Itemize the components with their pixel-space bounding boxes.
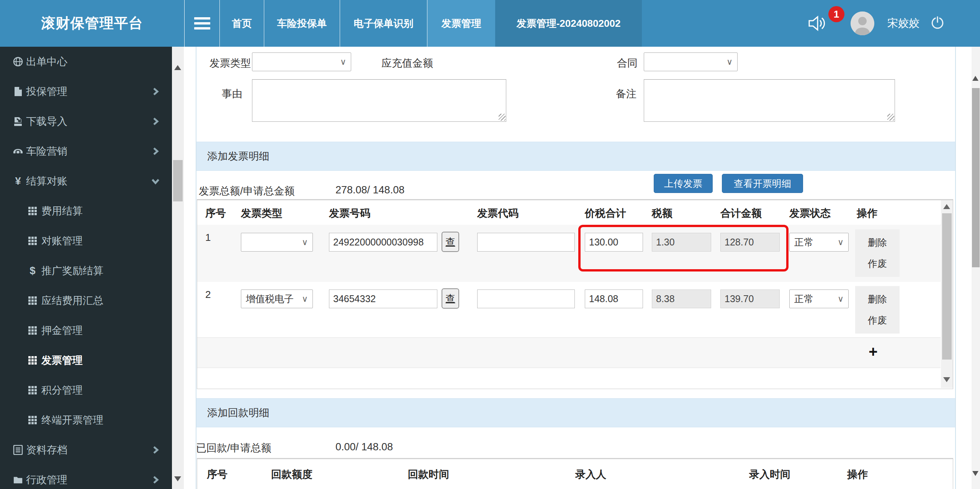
scroll-up-arrow[interactable] xyxy=(174,65,181,70)
invoice-code-input[interactable] xyxy=(477,289,575,308)
invoice-table-header: 序号 发票类型 发票号码 发票代码 价税合计 税额 合计金额 发票状态 操作 xyxy=(197,200,953,225)
tab-invoice-management[interactable]: 发票管理 xyxy=(427,0,495,47)
invoice-management-page: 滚财保管理平台 首页 车险投保单 电子保单识别 发票管理 发票管理-202408… xyxy=(0,0,980,489)
delete-button[interactable]: 删除 xyxy=(868,236,887,249)
invoice-status-select[interactable]: 正常∨ xyxy=(789,289,849,308)
repayment-section-title: 添加回款明细 xyxy=(207,406,269,420)
invoice-number-input[interactable] xyxy=(329,233,437,252)
phone-icon xyxy=(13,146,23,156)
repayment-total-value: 0.00/ 148.08 xyxy=(335,441,393,453)
recharge-amount-label: 应充值金额 xyxy=(381,56,433,70)
invoice-type-select[interactable]: ∨ xyxy=(252,52,351,71)
file-icon xyxy=(13,87,23,96)
col-code: 发票代码 xyxy=(477,206,519,220)
void-button[interactable]: 作废 xyxy=(868,257,887,270)
sidebar-item-auto-marketing[interactable]: 车险营销 xyxy=(0,136,172,166)
reason-textarea[interactable] xyxy=(252,79,506,122)
tab-auto-insurance[interactable]: 车险投保单 xyxy=(264,0,340,47)
scroll-up-arrow[interactable] xyxy=(972,76,978,81)
folder-icon xyxy=(13,475,23,485)
chevron-down-icon: ∨ xyxy=(838,294,844,304)
chevron-down-icon: ∨ xyxy=(302,294,308,304)
invoice-total-value: 278.08/ 148.08 xyxy=(335,184,404,196)
resize-grip-icon[interactable] xyxy=(499,114,506,121)
invoice-table-scrollbar[interactable] xyxy=(941,200,953,388)
sidebar-item-invoice-management[interactable]: 发票管理 xyxy=(0,345,172,375)
notification-badge[interactable]: 1 xyxy=(828,6,844,22)
sidebar-item-archives[interactable]: 资料存档 xyxy=(0,435,172,465)
invoice-row-2: 2 增值税电子∨ 查 正常∨ 删除 作废 xyxy=(197,282,941,337)
sidebar-item-deposit[interactable]: 押金管理 xyxy=(0,316,172,345)
list-icon xyxy=(13,445,23,455)
scroll-down-arrow[interactable] xyxy=(174,476,181,481)
sidebar-item-settlement[interactable]: ¥ 结算对账 xyxy=(0,166,172,196)
row-actions: 删除 作废 xyxy=(855,286,900,334)
sidebar-item-payable-summary[interactable]: 应结费用汇总 xyxy=(0,286,172,316)
invoice-status-select[interactable]: 正常∨ xyxy=(789,233,849,252)
sidebar-item-fee-settlement[interactable]: 费用结算 xyxy=(0,196,172,226)
contract-label: 合同 xyxy=(617,56,638,70)
view-invoice-detail-button[interactable]: 查看开票明细 xyxy=(722,174,803,193)
query-button[interactable]: 查 xyxy=(442,288,459,309)
scroll-up-arrow[interactable] xyxy=(943,204,950,209)
invoice-type-cell-select[interactable]: 增值税电子∨ xyxy=(241,289,313,308)
chevron-down-icon: ∨ xyxy=(726,57,733,67)
sidebar-item-points[interactable]: 积分管理 xyxy=(0,375,172,405)
invoice-code-input[interactable] xyxy=(477,233,575,252)
scrollbar-thumb[interactable] xyxy=(972,88,980,267)
remark-textarea[interactable] xyxy=(644,79,895,122)
col-tax: 税额 xyxy=(652,206,672,220)
invoice-type-cell-select[interactable]: ∨ xyxy=(241,233,313,252)
invoice-total-label: 发票总额/申请总金额 xyxy=(199,184,295,198)
row-seq: 2 xyxy=(205,289,211,301)
scroll-down-arrow[interactable] xyxy=(943,377,950,382)
tab-invoice-20240802002[interactable]: 发票管理-20240802002 xyxy=(495,0,642,47)
resize-grip-icon[interactable] xyxy=(887,114,894,121)
invoice-section-header: 添加发票明细 xyxy=(196,142,955,171)
sidebar-item-issue-center[interactable]: 出单中心 xyxy=(0,47,172,77)
chevron-right-icon xyxy=(151,117,160,126)
power-icon[interactable] xyxy=(930,16,945,31)
panel-right-border xyxy=(955,47,956,489)
scrollbar-thumb[interactable] xyxy=(942,213,952,360)
invoice-row-1: 1 ∨ 查 正常∨ 删除 作废 xyxy=(197,225,941,282)
navbar-right: 1 宋姣姣 xyxy=(804,0,980,47)
amount-input[interactable] xyxy=(585,289,643,308)
username[interactable]: 宋姣姣 xyxy=(887,0,919,47)
sidebar-item-promo-reward[interactable]: $ 推广奖励结算 xyxy=(0,256,172,286)
page-scrollbar[interactable] xyxy=(972,47,980,489)
query-button[interactable]: 查 xyxy=(442,232,459,252)
tab-epolicy-recognition[interactable]: 电子保单识别 xyxy=(340,0,427,47)
upload-invoice-button[interactable]: 上传发票 xyxy=(654,174,713,193)
scroll-down-arrow[interactable] xyxy=(972,471,978,476)
sidebar-menu: 出单中心 投保管理 下载导入 车险营销 xyxy=(0,47,172,489)
add-row-button[interactable]: + xyxy=(864,343,883,360)
sidebar-item-policy-management[interactable]: 投保管理 xyxy=(0,77,172,106)
speaker-icon[interactable] xyxy=(807,15,827,32)
col-ops: 操作 xyxy=(857,206,877,220)
invoice-table: 序号 发票类型 发票号码 发票代码 价税合计 税额 合计金额 发票状态 操作 1… xyxy=(197,199,953,389)
col-entry-user: 录入人 xyxy=(575,468,606,481)
void-button[interactable]: 作废 xyxy=(868,314,887,327)
sidebar-item-download-import[interactable]: 下载导入 xyxy=(0,106,172,136)
sidebar-item-terminal-invoicing[interactable]: 终端开票管理 xyxy=(0,405,172,435)
grid-icon xyxy=(28,206,38,216)
delete-button[interactable]: 删除 xyxy=(868,293,887,306)
contract-select[interactable]: ∨ xyxy=(644,52,738,71)
repayment-total-label: 已回款/申请总额 xyxy=(196,441,272,455)
col-seq: 序号 xyxy=(205,206,226,220)
avatar[interactable] xyxy=(851,11,874,35)
invoice-number-input[interactable] xyxy=(329,289,437,308)
tab-home[interactable]: 首页 xyxy=(219,0,264,47)
amount-input[interactable] xyxy=(585,233,643,252)
chevron-right-icon xyxy=(151,147,160,155)
col-number: 发票号码 xyxy=(329,206,370,220)
chevron-down-icon: ∨ xyxy=(340,57,346,67)
sidebar-item-reconciliation[interactable]: 对账管理 xyxy=(0,226,172,256)
scrollbar-thumb[interactable] xyxy=(173,160,183,201)
hamburger-icon[interactable] xyxy=(184,0,219,47)
sidebar-item-administration[interactable]: 行政管理 xyxy=(0,465,172,489)
invoice-section-title: 添加发票明细 xyxy=(207,149,269,163)
sidebar-scrollbar[interactable] xyxy=(172,47,184,489)
total-amount-input xyxy=(720,289,780,308)
